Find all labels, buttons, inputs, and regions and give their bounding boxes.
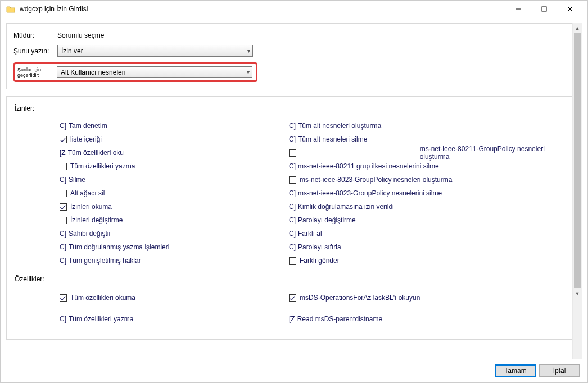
permission-label: ms-net-ieee-80211-GroupPolicy nesneleri … [420, 145, 572, 161]
permissions-columns: C]Tam denetimliste içeriği[ZTüm özellikl… [13, 119, 572, 267]
principal-value[interactable]: Sorumlu seçme [57, 31, 104, 39]
checkbox-empty-icon[interactable] [60, 163, 67, 170]
permission-label: liste içeriği [70, 135, 102, 143]
permission-item[interactable]: Tüm özellikleri yazma [60, 159, 289, 173]
permission-label: İzinleri okuma [70, 203, 112, 211]
permission-item[interactable]: liste içeriği [60, 133, 289, 146]
titlebar: wdgcxp için İzin Girdisi [1, 1, 587, 17]
properties-columns: Tüm özellikleri okumaC]Tüm özellikleri y… [13, 291, 572, 334]
scroll-down-arrow[interactable]: ▼ [573, 289, 582, 298]
permission-label: ms-net-ieee-80211 grup ilkesi nesnelerin… [298, 162, 439, 170]
scroll-up-arrow[interactable]: ▲ [573, 23, 582, 33]
permissions-panel: İzinler: C]Tam denetimliste içeriği[ZTüm… [6, 96, 572, 340]
permission-label: Tüm alt nesneleri silme [298, 135, 367, 143]
type-combobox[interactable]: İzin ver ▾ [57, 45, 253, 57]
checkbox-empty-icon[interactable] [60, 217, 67, 224]
item-prefix: C] [60, 257, 66, 265]
principal-label: Müdür: [13, 31, 57, 39]
permission-item[interactable]: ms-net-ieee-80211-GroupPolicy nesneleri … [289, 146, 572, 159]
permission-label: İzinleri değiştirme [70, 216, 123, 224]
permission-label: Parolayı değiştirme [298, 216, 356, 224]
principal-row: Müdür: Sorumlu seçme [13, 31, 565, 39]
item-prefix: C] [60, 230, 66, 238]
permission-item[interactable]: İzinleri değiştirme [60, 213, 289, 227]
permission-label: Tüm özellikleri oku [68, 149, 124, 157]
maximize-button[interactable] [531, 1, 557, 17]
checkbox-empty-icon[interactable] [60, 190, 67, 197]
permission-item[interactable]: C]Tüm alt nesneleri oluşturma [289, 119, 572, 133]
checkbox-checked-icon[interactable] [60, 136, 67, 143]
permission-label: Tüm özellikleri yazma [69, 315, 133, 323]
content-area: Müdür: Sorumlu seçme Şunu yazın: İzin ve… [1, 17, 587, 359]
item-prefix: C] [289, 243, 296, 251]
vertical-scrollbar[interactable]: ▲ ▼ [572, 23, 582, 359]
applies-to-highlight: Şunlar için geçerlidir: Alt Kullanıcı ne… [13, 62, 257, 82]
permission-label: Farklı gönder [300, 257, 340, 265]
permission-item[interactable]: C]Parolayı sıfırla [289, 240, 572, 254]
properties-col-right: msDS-OperationsForAzTaskBL'ı okuyun[ZRea… [289, 291, 572, 334]
permission-item[interactable]: Tüm özellikleri okuma [60, 291, 289, 304]
item-prefix: C] [60, 243, 66, 251]
ok-button[interactable]: Tamam [495, 364, 536, 377]
checkbox-checked-icon[interactable] [60, 203, 67, 211]
window-title: wdgcxp için İzin Girdisi [20, 5, 505, 13]
dialog-footer: Tamam İptal [1, 359, 587, 382]
minimize-icon [515, 6, 521, 12]
permission-item[interactable]: C]Tüm genişletilmiş haklar [60, 254, 289, 267]
permission-item[interactable]: C]Tüm doğrulanmış yazma işlemleri [60, 240, 289, 254]
checkbox-checked-icon[interactable] [289, 294, 296, 302]
minimize-button[interactable] [505, 1, 531, 17]
type-label: Şunu yazın: [13, 47, 57, 55]
permission-item[interactable]: Alt ağacı sil [60, 186, 289, 200]
permissions-col-right: C]Tüm alt nesneleri oluşturmaC]Tüm alt n… [289, 119, 572, 267]
permission-item[interactable]: C]ms-net-ieee-8023-GroupPolicy nesneleri… [289, 186, 572, 200]
permission-label: Alt ağacı sil [70, 189, 105, 197]
type-row: Şunu yazın: İzin ver ▾ [13, 45, 565, 57]
checkbox-empty-icon[interactable] [289, 257, 296, 265]
item-prefix: C] [289, 216, 296, 224]
applies-label: Şunlar için geçerlidir: [17, 67, 57, 78]
permission-label: Tüm özellikleri okuma [70, 294, 135, 302]
permission-label: msDS-OperationsForAzTaskBL'ı okuyun [300, 294, 420, 302]
item-prefix: C] [289, 189, 296, 197]
item-prefix: C] [60, 122, 66, 130]
applies-row: Şunlar için geçerlidir: Alt Kullanıcı ne… [13, 62, 565, 82]
scroll-thumb[interactable] [574, 33, 581, 288]
applies-combobox[interactable]: Alt Kullanıcı nesneleri ▾ [57, 66, 252, 78]
permission-item[interactable]: [ZTüm özellikleri oku [60, 146, 289, 159]
permission-label: Sahibi değiştir [69, 230, 111, 238]
item-prefix: C] [289, 203, 296, 211]
permission-label: Tüm doğrulanmış yazma işlemleri [69, 243, 169, 251]
permission-item[interactable]: C]Tüm alt nesneleri silme [289, 133, 572, 146]
cancel-button[interactable]: İptal [539, 364, 580, 377]
permission-item[interactable]: C]Kimlik doğrulamasına izin verildi [289, 200, 572, 213]
permission-item[interactable]: C]Tüm özellikleri yazma [60, 312, 289, 326]
permission-item[interactable]: C]ms-net-ieee-80211 grup ilkesi nesneler… [289, 159, 572, 173]
checkbox-empty-icon[interactable] [289, 176, 296, 184]
close-icon [567, 6, 573, 12]
chevron-down-icon: ▾ [247, 48, 250, 54]
permission-item[interactable]: ms-net-ieee-8023-GroupPolicy nesneleri o… [289, 173, 572, 186]
permission-item[interactable]: C]Silme [60, 173, 289, 186]
window-controls [505, 1, 583, 17]
permission-item[interactable]: C]Parolayı değiştirme [289, 213, 572, 227]
item-prefix: C] [289, 230, 296, 238]
close-button[interactable] [557, 1, 583, 17]
permission-label: Tam denetim [69, 122, 107, 130]
permission-item[interactable]: Farklı gönder [289, 254, 572, 267]
permission-item[interactable]: C]Farklı al [289, 227, 572, 240]
permission-item[interactable]: C]Tam denetim [60, 119, 289, 133]
scroll-area: Müdür: Sorumlu seçme Şunu yazın: İzin ve… [6, 23, 572, 359]
permission-item[interactable]: [ZRead msDS-parentdistname [289, 312, 572, 326]
item-prefix: [Z [60, 149, 66, 157]
checkbox-checked-icon[interactable] [60, 294, 67, 302]
permission-item[interactable]: İzinleri okuma [60, 200, 289, 213]
permission-item[interactable]: C]Sahibi değiştir [60, 227, 289, 240]
permissions-col-left: C]Tam denetimliste içeriği[ZTüm özellikl… [13, 119, 289, 267]
permission-label: Silme [69, 176, 85, 184]
item-prefix: C] [289, 135, 296, 143]
permission-item[interactable]: msDS-OperationsForAzTaskBL'ı okuyun [289, 291, 572, 304]
item-prefix: C] [289, 122, 296, 130]
checkbox-empty-icon[interactable] [289, 149, 296, 157]
properties-section-label: Özellikler: [15, 275, 572, 283]
